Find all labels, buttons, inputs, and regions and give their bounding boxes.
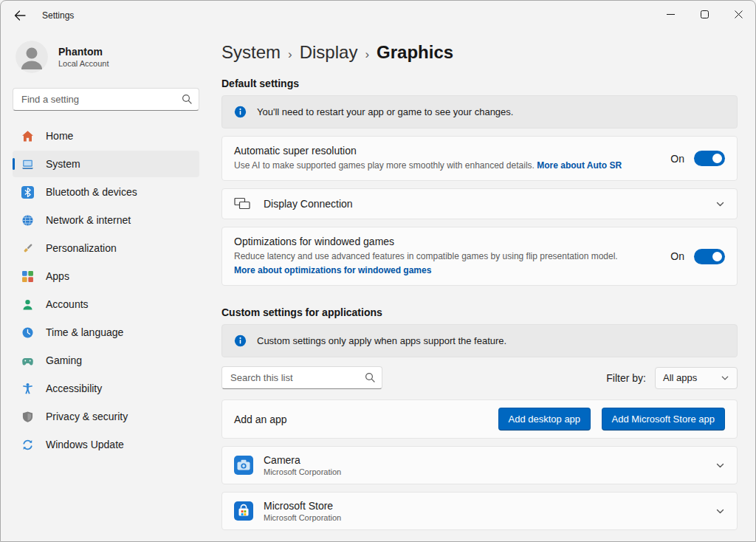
sidebar-item-label: Accessibility <box>46 383 102 394</box>
app-publisher: Microsoft Corporation <box>264 467 341 476</box>
main-content: System › Display › Graphics Default sett… <box>211 30 755 541</box>
search-icon <box>365 372 375 383</box>
add-desktop-app-button[interactable]: Add desktop app <box>498 408 591 430</box>
restart-notice-text: You'll need to restart your app or game … <box>257 106 513 117</box>
app-publisher: Microsoft Corporation <box>264 513 341 522</box>
sidebar-nav: Home System Bluetooth & devices Network … <box>1 123 211 458</box>
windowed-games-description: Reduce latency and use advanced features… <box>234 250 618 263</box>
windowed-games-toggle-wrap: On <box>659 249 725 264</box>
close-button[interactable] <box>721 1 755 27</box>
sidebar-item-bluetooth-devices[interactable]: Bluetooth & devices <box>13 179 199 205</box>
user-name: Phantom <box>58 46 109 58</box>
search-icon <box>182 94 192 104</box>
auto-sr-learn-more-link[interactable]: More about Auto SR <box>537 160 622 171</box>
chevron-down-icon[interactable] <box>715 461 725 470</box>
shield-icon <box>21 411 34 423</box>
auto-sr-title: Automatic super resolution <box>234 145 622 157</box>
sidebar-item-time-language[interactable]: Time & language <box>13 319 199 346</box>
info-icon <box>234 335 247 347</box>
breadcrumb: System › Display › Graphics <box>221 39 738 63</box>
filter-dropdown[interactable]: All apps <box>655 367 738 389</box>
sidebar-item-accounts[interactable]: Accounts <box>13 291 199 318</box>
breadcrumb-display[interactable]: Display <box>300 42 358 63</box>
sidebar: Phantom Local Account Home System <box>1 30 211 541</box>
sidebar-item-windows-update[interactable]: Windows Update <box>13 431 199 458</box>
list-controls-row: Filter by: All apps <box>221 366 738 389</box>
app-row-microsoft-store[interactable]: Microsoft Store Microsoft Corporation <box>221 492 738 530</box>
windowed-games-card: Optimizations for windowed games Reduce … <box>221 227 738 286</box>
minimize-button[interactable] <box>653 1 687 27</box>
sidebar-item-label: Personalization <box>46 242 117 254</box>
user-account-block[interactable]: Phantom Local Account <box>1 33 211 80</box>
auto-sr-toggle-wrap: On <box>659 151 725 166</box>
breadcrumb-separator: › <box>288 47 292 62</box>
add-app-label: Add an app <box>234 414 287 425</box>
update-arrows-icon <box>21 439 34 451</box>
display-connection-title: Display Connection <box>264 198 353 210</box>
custom-settings-notice-banner: Custom settings only apply when apps sup… <box>221 324 738 357</box>
titlebar: Settings <box>1 1 755 30</box>
windowed-games-toggle[interactable] <box>694 249 725 264</box>
auto-sr-toggle[interactable] <box>694 151 725 166</box>
sidebar-item-privacy-security[interactable]: Privacy & security <box>13 403 199 430</box>
avatar <box>16 41 48 73</box>
chevron-down-icon[interactable] <box>715 199 725 209</box>
app-row-camera[interactable]: Camera Microsoft Corporation <box>221 446 738 484</box>
microsoft-store-app-icon <box>234 501 253 521</box>
breadcrumb-separator: › <box>365 47 369 62</box>
info-icon <box>234 106 247 118</box>
filter-dropdown-value: All apps <box>663 372 697 383</box>
custom-settings-header: Custom settings for applications <box>221 306 738 318</box>
settings-window: Settings Phantom Local Account <box>0 0 756 542</box>
restart-notice-banner: You'll need to restart your app or game … <box>221 95 738 128</box>
sidebar-item-apps[interactable]: Apps <box>13 263 199 289</box>
app-name: Microsoft Store <box>264 500 341 512</box>
sidebar-item-label: Windows Update <box>46 439 124 450</box>
add-app-card: Add an app Add desktop app Add Microsoft… <box>221 399 738 439</box>
add-app-buttons: Add desktop app Add Microsoft Store app <box>498 408 726 430</box>
globe-icon <box>21 214 34 227</box>
sidebar-item-accessibility[interactable]: Accessibility <box>13 375 199 402</box>
system-icon <box>21 158 34 171</box>
display-connection-card[interactable]: Display Connection <box>221 188 738 219</box>
sidebar-item-network-internet[interactable]: Network & internet <box>13 207 199 233</box>
sidebar-item-label: Apps <box>46 270 69 282</box>
search-list-input[interactable] <box>221 366 382 389</box>
maximize-button[interactable] <box>687 1 721 27</box>
maximize-icon <box>701 10 709 18</box>
app-name: Camera <box>264 454 341 466</box>
sidebar-item-label: Time & language <box>46 326 123 338</box>
user-account-type: Local Account <box>58 59 109 68</box>
sidebar-item-label: Network & internet <box>46 214 131 226</box>
close-icon <box>735 10 743 18</box>
page-title: Graphics <box>377 42 453 63</box>
sidebar-item-system[interactable]: System <box>13 151 199 177</box>
windowed-games-learn-more-link[interactable]: More about optimizations for windowed ga… <box>234 265 431 275</box>
sidebar-item-personalization[interactable]: Personalization <box>13 235 199 261</box>
back-button[interactable] <box>7 4 33 27</box>
window-content: Phantom Local Account Home System <box>1 30 755 541</box>
find-a-setting-input[interactable] <box>13 88 199 111</box>
sidebar-item-label: System <box>46 158 80 170</box>
paintbrush-icon <box>21 242 34 255</box>
sidebar-item-home[interactable]: Home <box>13 123 199 149</box>
minimize-icon <box>667 10 675 18</box>
sidebar-item-label: Bluetooth & devices <box>46 186 137 198</box>
window-controls <box>653 1 755 27</box>
windowed-games-title: Optimizations for windowed games <box>234 236 618 247</box>
default-settings-header: Default settings <box>221 78 738 89</box>
auto-sr-toggle-state: On <box>670 153 684 165</box>
app-info: Camera Microsoft Corporation <box>264 454 341 476</box>
list-search <box>221 366 382 389</box>
chevron-down-icon[interactable] <box>715 507 725 516</box>
settings-search <box>13 88 199 111</box>
game-controller-icon <box>21 354 34 367</box>
breadcrumb-system[interactable]: System <box>221 42 281 63</box>
add-store-app-button[interactable]: Add Microsoft Store app <box>602 408 725 430</box>
filter-by-label: Filter by: <box>606 372 646 384</box>
sidebar-item-gaming[interactable]: Gaming <box>13 347 199 374</box>
window-title: Settings <box>42 10 74 21</box>
person-icon <box>21 298 34 311</box>
windowed-games-text: Optimizations for windowed games Reduce … <box>234 236 618 277</box>
auto-sr-description: Use AI to make supported games play more… <box>234 160 535 171</box>
